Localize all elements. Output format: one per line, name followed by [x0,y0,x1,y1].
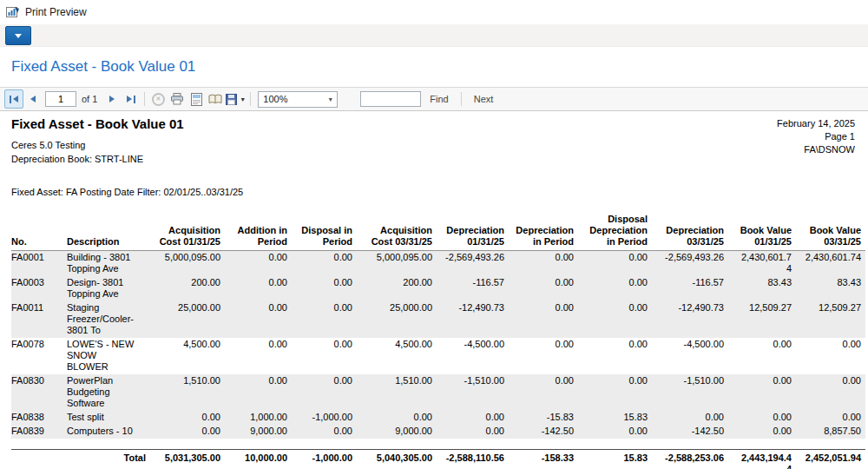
window-titlebar: Print Preview [0,0,868,24]
toolbar-separator [144,92,145,106]
first-page-icon [10,96,11,103]
cell-value: 0.00 [292,301,357,338]
total-value: -158.33 [509,452,578,469]
cancel-rendering-button[interactable]: ✕ [148,89,168,109]
total-value: -1,000.00 [292,452,357,469]
page-count-label: of 1 [82,94,97,104]
first-page-button[interactable] [4,89,23,109]
cell-value: 9,000.00 [357,425,437,439]
total-spacer [11,452,67,469]
cell-value: 0.00 [578,425,652,439]
cell-value: -2,569,493.26 [437,251,509,276]
asset-no: FA0078 [11,338,67,374]
cell-value: 2,430,601.7 4 [728,251,796,276]
cell-value: 5,000,095.00 [150,251,225,276]
table-row: FA0011Staging Freezer/Cooler- 3801 To25,… [11,301,865,338]
total-value: -2,588,253.06 [652,452,728,469]
page-number-input[interactable] [45,91,76,107]
cell-value: 15.83 [578,411,652,425]
cell-value: 0.00 [728,338,796,374]
table-body: FA0001Building - 3801 Topping Ave5,000,0… [11,251,865,439]
find-next-button[interactable]: Next [474,94,494,104]
report-date: February 14, 2025 [777,117,855,130]
cell-value: -12,490.73 [652,301,728,338]
cell-value: 0.00 [292,251,357,276]
report-header: Fixed Asset - Book Value 01 Ceres 5.0 Te… [11,117,855,166]
cell-value: 0.00 [796,374,865,411]
print-layout-button[interactable] [187,89,206,109]
cell-value: -1,510.00 [652,374,728,411]
table-row: FA0001Building - 3801 Topping Ave5,000,0… [11,251,865,276]
cell-value: 0.00 [225,374,292,411]
report-chart-icon [6,5,20,19]
report-page: Fixed Asset - Book Value 01 Ceres 5.0 Te… [0,111,868,469]
cell-value: 0.00 [509,374,578,411]
cell-value: 0.00 [437,411,509,425]
asset-no: FA0011 [11,301,67,338]
column-header: Disposal in Period [292,224,357,250]
cell-value: 1,510.00 [150,374,225,411]
menu-strip [0,24,868,47]
asset-description: Test split [67,411,150,425]
print-button[interactable] [168,89,187,109]
cell-value: 0.00 [225,251,292,276]
column-header: No. [11,235,67,250]
page-setup-button[interactable] [206,89,225,109]
zoom-select[interactable]: 100% ▼ [258,91,338,108]
application-menu-button[interactable] [5,26,31,45]
asset-description: PowerPlan Budgeting Software [67,374,150,411]
cell-value: 25,000.00 [150,301,225,338]
cell-value: 12,509.27 [728,301,796,338]
cell-value: 0.00 [150,425,225,439]
chevron-down-icon: ▼ [324,96,337,102]
asset-no: FA0839 [11,425,67,439]
report-page-number: Page 1 [777,130,855,143]
cell-value: -142.50 [509,425,578,439]
last-page-icon-bar [134,96,135,103]
cell-value: 0.00 [509,276,578,301]
total-value: 2,452,051.94 [796,452,865,469]
find-button[interactable]: Find [430,94,448,104]
asset-no: FA0003 [11,276,67,301]
report-header-right: February 14, 2025 Page 1 FA\DSNOW [777,117,855,166]
cell-value: 200.00 [150,276,225,301]
total-value: 2,443,194.4 4 [728,452,796,469]
asset-no: FA0838 [11,411,67,425]
next-page-button[interactable] [102,89,122,109]
report-user: FA\DSNOW [777,143,855,156]
cell-value: 0.00 [728,411,796,425]
column-header: Disposal Depreciation in Period [578,213,652,250]
export-dropdown-icon: ▼ [240,96,246,102]
asset-no: FA0001 [11,251,67,276]
cell-value: 0.00 [357,411,437,425]
cell-value: 1,510.00 [357,374,437,411]
report-header-left: Fixed Asset - Book Value 01 Ceres 5.0 Te… [11,117,184,166]
table-row: FA0839Computers - 100.009,000.000.009,00… [11,425,865,439]
cell-value: -142.50 [652,425,728,439]
table-row: FA0003Design- 3801 Topping Ave200.000.00… [11,276,865,301]
cell-value: 25,000.00 [357,301,437,338]
previous-page-button[interactable] [23,89,43,109]
total-value: 5,031,305.00 [150,452,225,469]
cell-value: -15.83 [509,411,578,425]
cell-value: 0.00 [652,411,728,425]
cell-value: 0.00 [796,411,865,425]
cell-value: -116.57 [437,276,509,301]
window-title: Print Preview [25,6,87,18]
table-row: FA0838Test split0.001,000.00-1,000.000.0… [11,411,865,425]
last-page-button[interactable] [122,89,141,109]
last-page-icon [127,96,132,102]
heading-area: Fixed Asset - Book Value 01 [0,47,868,87]
cell-value: -1,000.00 [292,411,357,425]
asset-description: Building - 3801 Topping Ave [67,251,150,276]
asset-description: Computers - 10 [67,425,150,439]
cell-value: 0.00 [728,425,796,439]
asset-description: Staging Freezer/Cooler- 3801 To [67,301,150,338]
total-value: 15.83 [578,452,652,469]
chevron-down-icon [15,34,22,42]
column-header: Depreciation 01/31/25 [437,224,509,250]
cell-value: 0.00 [509,338,578,374]
export-button[interactable]: ▼ [225,89,247,109]
find-input[interactable] [360,91,421,107]
cell-value: 1,000.00 [225,411,292,425]
